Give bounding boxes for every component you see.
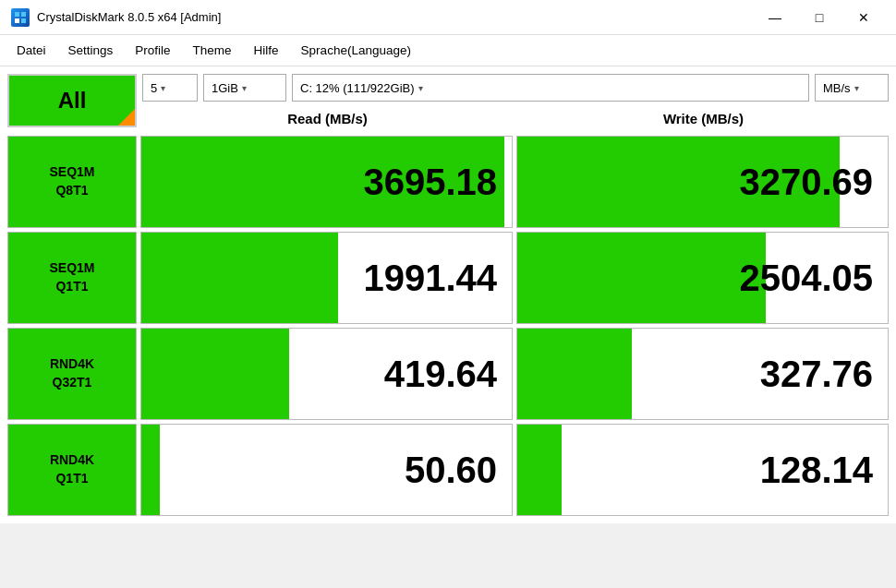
- row-label-2: RND4KQ32T1: [7, 328, 137, 420]
- write-value-2: 327.76: [516, 328, 889, 420]
- window-title: CrystalDiskMark 8.0.5 x64 [Admin]: [37, 10, 221, 24]
- count-select[interactable]: 5 ▾: [142, 74, 198, 102]
- menu-item-settings[interactable]: Settings: [59, 40, 123, 61]
- table-row: RND4KQ32T1419.64327.76: [7, 328, 889, 420]
- read-value-0: 3695.18: [140, 136, 513, 228]
- size-select[interactable]: 1GiB ▾: [203, 74, 286, 102]
- app-icon: [11, 8, 30, 27]
- menu-bar: DateiSettingsProfileThemeHilfeSprache(La…: [0, 35, 896, 66]
- table-row: SEQ1MQ1T11991.442504.05: [7, 232, 889, 324]
- all-button[interactable]: All: [7, 74, 137, 127]
- svg-rect-1: [21, 12, 26, 17]
- title-bar: CrystalDiskMark 8.0.5 x64 [Admin] — □ ✕: [0, 0, 896, 35]
- row-label-0: SEQ1MQ8T1: [7, 136, 137, 228]
- table-row: RND4KQ1T150.60128.14: [7, 424, 889, 516]
- main-content: All 5 ▾ 1GiB ▾ C: 12% (111/922GiB) ▾ MB/…: [0, 66, 896, 523]
- write-value-1: 2504.05: [516, 232, 889, 324]
- menu-item-profile[interactable]: Profile: [126, 40, 179, 61]
- table-row: SEQ1MQ8T13695.183270.69: [7, 136, 889, 228]
- drive-arrow-icon: ▾: [418, 83, 423, 93]
- window-controls: — □ ✕: [754, 6, 885, 30]
- svg-rect-0: [15, 12, 19, 17]
- write-value-3: 128.14: [516, 424, 889, 516]
- read-value-3: 50.60: [140, 424, 513, 516]
- close-button[interactable]: ✕: [842, 6, 885, 30]
- write-header: Write (MB/s): [518, 107, 889, 130]
- read-value-1: 1991.44: [140, 232, 513, 324]
- unit-arrow-icon: ▾: [854, 83, 859, 93]
- menu-item-hilfe[interactable]: Hilfe: [245, 40, 288, 61]
- read-value-2: 419.64: [140, 328, 513, 420]
- drive-select[interactable]: C: 12% (111/922GiB) ▾: [292, 74, 809, 102]
- row-label-3: RND4KQ1T1: [7, 424, 137, 516]
- write-value-0: 3270.69: [516, 136, 889, 228]
- menu-item-datei[interactable]: Datei: [7, 40, 55, 61]
- minimize-button[interactable]: —: [754, 6, 796, 30]
- svg-rect-2: [15, 18, 19, 23]
- menu-item-sprache-language-[interactable]: Sprache(Language): [292, 40, 420, 61]
- data-rows: SEQ1MQ8T13695.183270.69SEQ1MQ1T11991.442…: [7, 136, 889, 516]
- size-arrow-icon: ▾: [242, 83, 247, 93]
- maximize-button[interactable]: □: [798, 6, 841, 30]
- count-arrow-icon: ▾: [161, 83, 165, 93]
- menu-item-theme[interactable]: Theme: [184, 40, 241, 61]
- read-header: Read (MB/s): [142, 107, 513, 130]
- row-label-1: SEQ1MQ1T1: [7, 232, 137, 324]
- unit-select[interactable]: MB/s ▾: [815, 74, 889, 102]
- all-label: All: [58, 88, 87, 114]
- svg-rect-3: [21, 18, 26, 23]
